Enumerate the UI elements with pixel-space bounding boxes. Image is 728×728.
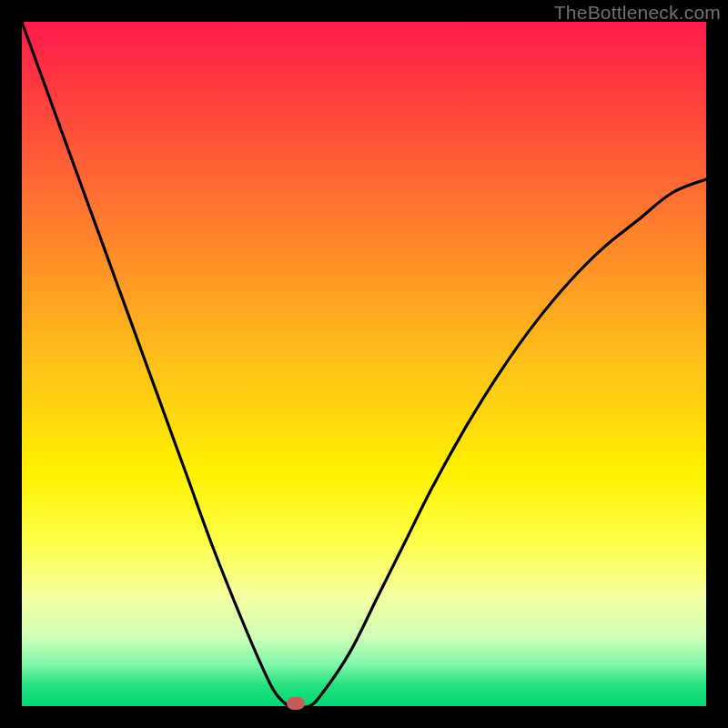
bottleneck-curve (22, 22, 706, 706)
watermark-text: TheBottleneck.com (554, 2, 721, 24)
optimal-point-marker (287, 697, 305, 710)
chart-frame: TheBottleneck.com (0, 0, 728, 728)
plot-area (22, 22, 706, 706)
